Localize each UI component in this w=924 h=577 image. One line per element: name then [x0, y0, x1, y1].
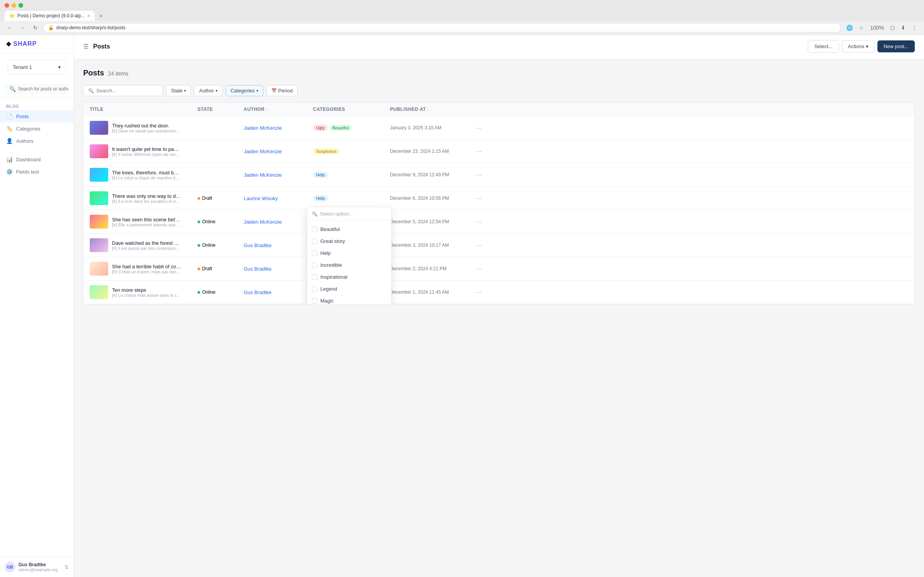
address-bar[interactable]: 🔒 sharp-demo.test/sharp/s-list/posts [43, 23, 841, 32]
dropdown-option-beautiful[interactable]: Beautiful [307, 223, 391, 235]
column-categories: Categories [313, 107, 390, 112]
actions-button[interactable]: Actions ▾ [842, 40, 874, 53]
sidebar-item-fields-test[interactable]: ⚙️ Fields test [0, 166, 74, 178]
post-text: She has seen this scene before [fr] Elle… [112, 217, 181, 227]
author-link[interactable]: Laurine Wisoky [244, 196, 278, 201]
author-link[interactable]: Jaiden McKenzie [244, 125, 282, 131]
table-header: Title State Author ↕ Categories Publishe… [84, 103, 914, 116]
dropdown-option-legend[interactable]: Legend [307, 283, 391, 295]
post-title: The trees, therefore, must be such old [112, 170, 181, 176]
sidebar-item-authors[interactable]: 👤 Authors [0, 135, 74, 147]
dropdown-option-incredible[interactable]: Incredible [307, 259, 391, 271]
dropdown-search-box: 🔍 [307, 207, 391, 221]
sidebar-item-dashboard[interactable]: 📊 Dashboard [0, 153, 74, 166]
maximize-window-button[interactable] [18, 3, 23, 8]
dropdown-search-input[interactable] [320, 211, 387, 217]
zoom-button[interactable]: 100% [868, 23, 886, 32]
row-more-button[interactable]: ⋯ [474, 146, 483, 157]
post-cell: She has seen this scene before [fr] Elle… [90, 215, 198, 229]
sidebar-search-input[interactable] [18, 86, 68, 92]
dropdown-option-inspirational[interactable]: Inspirational [307, 271, 391, 283]
row-actions: ⋯ [467, 217, 490, 227]
search-input[interactable] [96, 88, 158, 94]
row-actions: ⋯ [467, 123, 490, 133]
post-subtitle: [fr] Il est passé par des contorsions si… [112, 246, 181, 251]
tag-icon: 🏷️ [6, 125, 12, 132]
row-more-button[interactable]: ⋯ [474, 240, 483, 251]
table-row: She had a terrible habit of comparing he… [84, 257, 914, 281]
table-row: She has seen this scene before [fr] Elle… [84, 210, 914, 234]
draft-dot [198, 268, 200, 270]
tab-favicon: ⭐ [9, 13, 15, 18]
author-link[interactable]: Jaiden McKenzie [244, 149, 282, 154]
table-row: It wasn't quite yet time to panic. [fr] … [84, 140, 914, 163]
option-label: Magic [320, 298, 334, 304]
state-cell: Online [198, 219, 244, 224]
status-label: Online [202, 243, 216, 248]
user-menu-icon[interactable]: ⇅ [64, 564, 69, 570]
browser-tab-bar: ⭐ Posts | Demo project (9.0.0-alp... ✕ + [0, 11, 924, 21]
close-window-button[interactable] [5, 3, 9, 8]
row-more-button[interactable]: ⋯ [474, 217, 483, 227]
state-filter-button[interactable]: State ▾ [166, 85, 191, 96]
row-more-button[interactable]: ⋯ [474, 170, 483, 180]
tab-close-button[interactable]: ✕ [87, 14, 90, 18]
download-button[interactable]: ⬇ [899, 23, 908, 32]
sidebar-item-posts[interactable]: 📄 Posts [0, 110, 74, 122]
extensions-button[interactable]: ⬡ [888, 23, 897, 32]
dropdown-option-magic[interactable]: Magic [307, 295, 391, 304]
column-published-at: Published at ↓ [390, 107, 467, 112]
author-link[interactable]: Jaiden McKenzie [244, 172, 282, 178]
sidebar-toggle-icon[interactable]: ☰ [83, 43, 89, 50]
option-label: Incredible [320, 262, 342, 268]
forward-button[interactable]: → [18, 23, 28, 32]
sidebar-item-categories[interactable]: 🏷️ Categories [0, 122, 74, 135]
post-thumbnail [90, 262, 108, 276]
author-link[interactable]: Jaiden McKenzie [244, 219, 282, 225]
back-button[interactable]: ← [5, 23, 15, 32]
published-cell: December 2, 2024 4:21 PM [390, 266, 467, 271]
sidebar-user: GB Gus Bradtke admin@example.org [5, 562, 58, 572]
post-text: She had a terrible habit of comparing he… [112, 264, 181, 274]
author-cell: Jaiden McKenzie [244, 219, 313, 225]
post-thumbnail [90, 238, 108, 252]
bookmark-button[interactable]: ☆ [857, 23, 866, 32]
row-more-button[interactable]: ⋯ [474, 287, 483, 298]
author-link[interactable]: Gus Bradtke [244, 289, 271, 295]
sidebar-fieldstest-label: Fields test [16, 169, 39, 175]
row-actions: ⋯ [467, 193, 490, 204]
post-cell: They rushed out the door. [fr] Dave ne s… [90, 121, 198, 135]
option-label: Beautiful [320, 226, 340, 232]
dropdown-option-help[interactable]: Help [307, 247, 391, 259]
author-link[interactable]: Gus Bradtke [244, 266, 271, 272]
author-cell: Laurine Wisoky [244, 195, 313, 201]
dashboard-icon: 📊 [6, 156, 12, 162]
row-more-button[interactable]: ⋯ [474, 264, 483, 274]
post-text: Dave watched as the forest burned up on … [112, 240, 181, 251]
new-tab-button[interactable]: + [96, 11, 105, 20]
refresh-button[interactable]: ↻ [31, 23, 40, 32]
browser-chrome: ⭐ Posts | Demo project (9.0.0-alp... ✕ +… [0, 0, 924, 35]
tenant-selector[interactable]: Tenant 1 ▾ [8, 60, 66, 74]
categories-filter-button[interactable]: Categories ▾ [226, 85, 263, 96]
select-button[interactable]: Select... [808, 40, 839, 53]
period-filter-button[interactable]: 📅 Period [266, 85, 298, 96]
browser-toolbar: ← → ↻ 🔒 sharp-demo.test/sharp/s-list/pos… [0, 21, 924, 35]
post-thumbnail [90, 121, 108, 135]
row-more-button[interactable]: ⋯ [474, 193, 483, 204]
sidebar-section-blog: Blog 📄 Posts 🏷️ Categories 👤 Authors [0, 98, 74, 150]
translate-button[interactable]: 🌐 [844, 23, 855, 32]
search-icon: 🔍 [88, 88, 94, 94]
post-subtitle: [fr] La chaise était assise dans le coin… [112, 293, 181, 298]
dropdown-option-great-story[interactable]: Great story [307, 235, 391, 247]
menu-button[interactable]: ⋮ [909, 23, 919, 32]
author-link[interactable]: Gus Bradtke [244, 243, 271, 248]
content-title-area: Posts 24 items [83, 69, 128, 77]
row-more-button[interactable]: ⋯ [474, 123, 483, 133]
state-filter-label: State [171, 88, 182, 94]
post-thumbnail [90, 168, 108, 182]
browser-tab[interactable]: ⭐ Posts | Demo project (9.0.0-alp... ✕ [5, 11, 95, 21]
new-post-button[interactable]: New post... [877, 40, 915, 52]
minimize-window-button[interactable] [12, 3, 16, 8]
author-filter-button[interactable]: Author ▾ [194, 85, 222, 96]
